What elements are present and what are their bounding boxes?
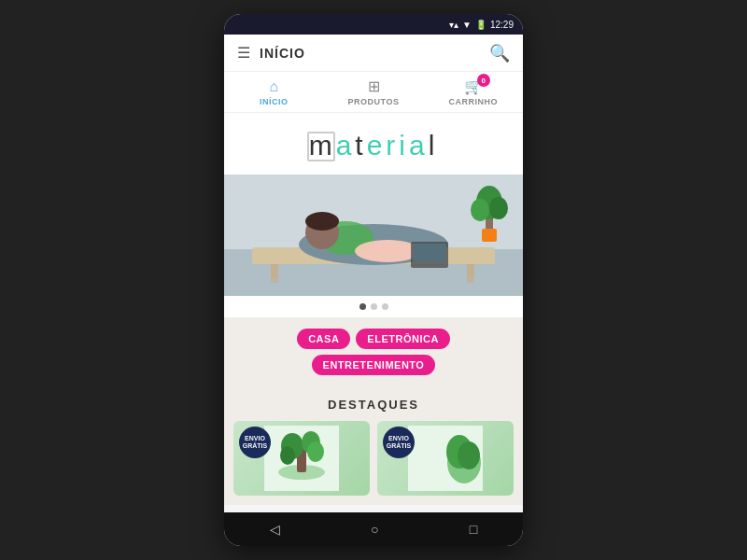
carousel-dot-2[interactable] [371, 303, 377, 310]
hero-image [224, 175, 523, 296]
svg-rect-11 [413, 244, 446, 262]
tab-produtos[interactable]: ⊞ PRODUTOS [324, 72, 424, 112]
time-display: 12:29 [490, 20, 514, 30]
nav-tabs: ⌂ INÍCIO ⊞ PRODUTOS 🛒 0 CARRINHO [224, 72, 523, 113]
grid-icon: ⊞ [368, 77, 380, 95]
tab-carrinho[interactable]: 🛒 0 CARRINHO [423, 72, 523, 112]
status-bar-icons: ▾▴ ▼ 🔋 12:29 [449, 20, 514, 30]
top-bar-left: ☰ INÍCIO [237, 44, 305, 62]
top-bar: ☰ INÍCIO 🔍 [224, 35, 523, 72]
svg-point-8 [305, 212, 339, 231]
svg-point-24 [280, 446, 295, 465]
svg-rect-18 [224, 277, 523, 296]
svg-point-15 [489, 197, 508, 219]
destaques-title: DESTAQUES [224, 392, 523, 421]
category-casa[interactable]: CASA [297, 329, 350, 349]
tab-inicio[interactable]: ⌂ INÍCIO [224, 72, 324, 112]
envio-badge-1: ENVIO GRÁTIS [239, 427, 271, 458]
status-bar: ▾▴ ▼ 🔋 12:29 [224, 14, 523, 35]
page-title: INÍCIO [260, 46, 305, 61]
carousel-dot-1[interactable] [359, 303, 366, 310]
categories: CASA ELETRÔNICA ENTRETENIMENTO [224, 317, 523, 386]
svg-point-29 [458, 441, 480, 469]
svg-point-14 [471, 199, 489, 221]
logo-area: material [224, 113, 523, 175]
product-card-2[interactable]: ENVIO GRÁTIS [377, 421, 514, 496]
tab-produtos-label: PRODUTOS [348, 97, 400, 106]
cart-badge: 0 [477, 74, 490, 87]
envio-badge-2: ENVIO GRÁTIS [383, 427, 415, 458]
wifi-icon: ▼ [462, 20, 472, 30]
category-eletronica[interactable]: ELETRÔNICA [356, 329, 450, 349]
phone-frame: ▾▴ ▼ 🔋 12:29 ☰ INÍCIO 🔍 ⌂ INÍCIO ⊞ PRODU… [224, 14, 523, 546]
bottom-nav: ◁ ○ □ [224, 512, 523, 546]
home-button[interactable]: ○ [371, 522, 378, 537]
signal-icon: ▾▴ [449, 20, 458, 30]
search-icon[interactable]: 🔍 [489, 43, 510, 63]
svg-point-9 [355, 240, 420, 262]
main-content: material [224, 113, 523, 512]
svg-point-25 [307, 441, 324, 462]
cart-icon: 🛒 0 [464, 77, 483, 95]
hamburger-icon[interactable]: ☰ [237, 44, 250, 62]
tab-inicio-label: INÍCIO [260, 97, 289, 106]
battery-icon: 🔋 [475, 20, 486, 30]
carousel-dot-3[interactable] [382, 303, 388, 310]
back-button[interactable]: ◁ [270, 522, 280, 537]
category-entretenimento[interactable]: ENTRETENIMENTO [312, 355, 436, 375]
recent-button[interactable]: □ [470, 522, 477, 537]
products-row: ENVIO GRÁTIS ENVIO [224, 421, 523, 505]
hero-svg [224, 175, 523, 296]
logo-text: material [309, 130, 439, 161]
carousel-dots [224, 296, 523, 317]
home-icon: ⌂ [270, 78, 279, 95]
svg-rect-16 [482, 229, 497, 242]
destaques-section: DESTAQUES [224, 386, 523, 505]
logo: material [309, 130, 439, 161]
product-card-1[interactable]: ENVIO GRÁTIS [233, 421, 370, 496]
tab-carrinho-label: CARRINHO [448, 97, 498, 106]
